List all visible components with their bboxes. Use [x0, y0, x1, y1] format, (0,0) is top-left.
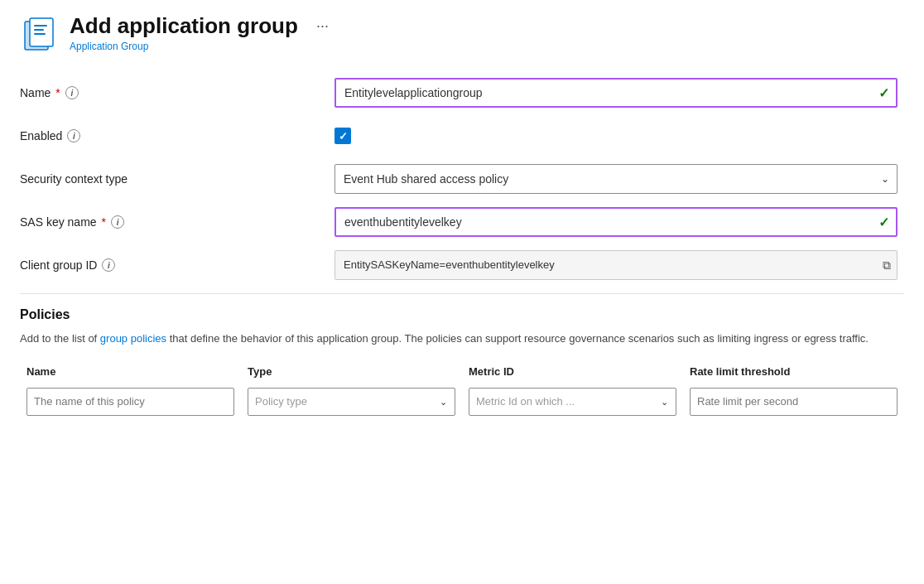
name-input[interactable] — [334, 78, 898, 108]
header-text: Add application group ··· Application Gr… — [70, 13, 329, 52]
col-header-type: Type — [241, 362, 462, 384]
name-row: Name * i ✓ — [20, 78, 904, 108]
svg-rect-4 — [34, 33, 46, 35]
sas-key-field-container: ✓ — [334, 207, 898, 237]
enabled-control: ✓ — [334, 128, 898, 144]
name-label-text: Name — [20, 86, 51, 99]
table-cell-name — [20, 384, 241, 419]
policies-table: Name Type Metric ID Rate limit threshold… — [20, 362, 904, 419]
enabled-label-text: Enabled — [20, 129, 62, 142]
policies-title: Policies — [20, 307, 904, 322]
table-cell-rate — [683, 384, 904, 419]
security-context-label-text: Security context type — [20, 172, 128, 186]
policy-type-dropdown[interactable]: Policy type — [248, 388, 455, 416]
sas-key-required: * — [102, 215, 106, 229]
page-subtitle: Application Group — [70, 41, 329, 52]
policies-desc-part2: that define the behavior of this applica… — [166, 332, 869, 345]
name-field-container: ✓ — [334, 78, 898, 108]
policies-section: Policies Add to the list of group polici… — [20, 293, 904, 419]
security-context-label: Security context type — [20, 172, 334, 186]
col-header-metric: Metric ID — [462, 362, 683, 384]
policies-table-body: Policy type ⌄ Metric Id on which ... ⌄ — [20, 384, 904, 419]
col-header-rate: Rate limit threshold — [683, 362, 904, 384]
page-container: Add application group ··· Application Gr… — [0, 0, 924, 432]
form-section: Name * i ✓ Enabled i ✓ — [20, 78, 904, 280]
policies-table-header: Name Type Metric ID Rate limit threshold — [20, 362, 904, 384]
policy-name-input[interactable] — [26, 388, 234, 416]
sas-key-input[interactable] — [334, 207, 898, 237]
col-header-name: Name — [20, 362, 241, 384]
security-context-control: Event Hub shared access policy AAD Appli… — [334, 164, 898, 194]
enabled-row: Enabled i ✓ — [20, 121, 904, 151]
client-group-control: EntitySASKeyName=eventhubentitylevelkey … — [334, 250, 898, 280]
sas-key-label: SAS key name * i — [20, 215, 334, 229]
sas-key-control: ✓ — [334, 207, 898, 237]
metric-id-dropdown[interactable]: Metric Id on which ... — [469, 388, 676, 416]
table-cell-type: Policy type ⌄ — [241, 384, 462, 419]
sas-key-info-icon[interactable]: i — [111, 215, 124, 229]
enabled-label: Enabled i — [20, 129, 334, 142]
sas-key-check-icon: ✓ — [878, 215, 889, 230]
metric-id-dropdown-wrapper: Metric Id on which ... ⌄ — [469, 388, 676, 416]
sas-key-row: SAS key name * i ✓ — [20, 207, 904, 237]
enabled-checkmark: ✓ — [339, 130, 348, 142]
security-context-dropdown[interactable]: Event Hub shared access policy AAD Appli… — [334, 164, 898, 194]
more-options-button[interactable]: ··· — [316, 17, 329, 35]
client-group-label-text: Client group ID — [20, 258, 97, 272]
policies-desc-link[interactable]: group policies — [100, 332, 166, 345]
client-group-info-icon[interactable]: i — [102, 258, 115, 272]
security-context-row: Security context type Event Hub shared a… — [20, 164, 904, 194]
table-cell-metric: Metric Id on which ... ⌄ — [462, 384, 683, 419]
client-group-row: Client group ID i EntitySASKeyName=event… — [20, 250, 904, 280]
app-group-icon — [20, 15, 60, 55]
name-check-icon: ✓ — [878, 85, 889, 101]
page-title: Add application group — [70, 13, 298, 39]
svg-rect-3 — [34, 29, 44, 31]
svg-rect-1 — [30, 18, 53, 46]
sas-key-label-text: SAS key name — [20, 215, 97, 229]
enabled-checkbox[interactable]: ✓ — [334, 128, 351, 144]
svg-rect-2 — [34, 25, 47, 27]
name-label: Name * i — [20, 86, 334, 99]
client-group-field-container: EntitySASKeyName=eventhubentitylevelkey … — [334, 250, 898, 280]
copy-icon[interactable]: ⧉ — [883, 258, 891, 273]
policies-desc-part1: Add to the list of — [20, 332, 100, 345]
policy-type-dropdown-wrapper: Policy type ⌄ — [248, 388, 455, 416]
rate-limit-input[interactable] — [690, 388, 898, 416]
client-group-label: Client group ID i — [20, 258, 334, 272]
table-row: Policy type ⌄ Metric Id on which ... ⌄ — [20, 384, 904, 419]
enabled-info-icon[interactable]: i — [67, 129, 80, 142]
name-input-wrapper: ✓ — [334, 78, 898, 108]
name-required: * — [55, 86, 60, 99]
policies-table-header-row: Name Type Metric ID Rate limit threshold — [20, 362, 904, 384]
client-group-value: EntitySASKeyName=eventhubentitylevelkey — [334, 250, 898, 280]
security-context-dropdown-wrapper: Event Hub shared access policy AAD Appli… — [334, 164, 898, 194]
policies-description: Add to the list of group policies that d… — [20, 331, 904, 347]
page-header: Add application group ··· Application Gr… — [20, 13, 904, 55]
name-info-icon[interactable]: i — [65, 86, 79, 99]
